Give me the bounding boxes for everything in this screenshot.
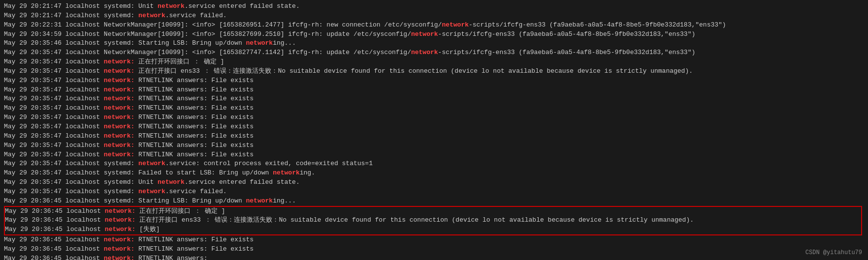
log-text-part: .service failed. [165, 12, 227, 19]
log-timestamp: May 29 20:36:45 [5, 226, 66, 233]
log-text-part: found [352, 216, 371, 224]
log-host: localhost [65, 95, 104, 102]
log-text-part: Unit [134, 178, 158, 186]
log-timestamp: May 29 20:35:47 [4, 151, 65, 158]
log-timestamp: May 29 20:21:47 [4, 2, 65, 10]
log-text-part: ing... [273, 39, 296, 47]
log-line: May 29 20:36:45 localhost systemd: Start… [4, 197, 864, 206]
log-text-part: RTNETLINK answers: File exists [134, 86, 254, 93]
log-host: localhost [65, 123, 104, 130]
log-host: localhost [65, 236, 104, 243]
log-text-part: .service entered failed state. [185, 2, 300, 10]
log-timestamp: May 29 20:35:47 [4, 160, 65, 167]
log-line: May 29 20:36:45 localhost network: [失败] [5, 225, 861, 234]
log-line: May 29 20:35:47 localhost network: RTNET… [4, 113, 864, 122]
terminal-window: May 29 20:21:47 localhost systemd: Unit … [0, 0, 868, 260]
log-text-part: network [411, 30, 438, 38]
log-text-part: network [442, 21, 469, 29]
log-line: May 29 20:34:59 localhost NetworkManager… [4, 30, 864, 39]
log-source: systemd: [104, 169, 134, 176]
log-host: localhost [65, 188, 104, 195]
log-host: localhost [65, 169, 104, 176]
log-line: May 29 20:35:47 localhost network: RTNET… [4, 122, 864, 132]
log-host: localhost [65, 86, 104, 93]
log-timestamp: May 29 20:36:45 [5, 216, 66, 224]
highlighted-block: May 29 20:36:45 localhost network: 正在打开环… [4, 206, 862, 236]
log-text-part: -scripts/ifcfg-ens33 (fa9aeba6-a0a5-4af8… [438, 30, 696, 38]
log-text-part: RTNETLINK answers: File exists [134, 104, 254, 112]
log-host: localhost [66, 226, 105, 233]
log-host: localhost [65, 21, 104, 29]
log-source: network: [104, 245, 134, 253]
log-text-part: RTNETLINK answers: File exists [134, 95, 254, 102]
log-text-part: Starting LSB: Bring up/down [134, 39, 246, 47]
log-timestamp: May 29 20:36:45 [4, 255, 65, 260]
log-line: May 29 20:21:47 localhost systemd: netwo… [4, 11, 864, 21]
log-text-part: .service entered failed state. [185, 178, 300, 186]
log-line: May 29 20:35:47 localhost systemd: Unit … [4, 178, 864, 187]
log-source: network: [104, 132, 134, 140]
log-text-part [134, 12, 138, 19]
log-timestamp: May 29 20:35:47 [4, 67, 65, 75]
log-line: May 29 20:36:45 localhost network: 正在打开接… [5, 216, 861, 225]
log-source: systemd: [104, 188, 134, 195]
log-text-part: network [246, 197, 273, 204]
log-host: localhost [66, 207, 105, 215]
log-text-part: <info> [1653827747.1142] ifcfg-rh: updat… [188, 49, 411, 56]
log-line: May 29 20:36:45 localhost network: RTNET… [4, 254, 864, 260]
log-text-part: RTNETLINK answers: File exists [134, 114, 254, 121]
log-host: localhost [65, 39, 104, 47]
log-line: May 29 20:35:46 localhost systemd: Start… [4, 39, 864, 48]
log-text-part: RTNETLINK answers: [134, 255, 207, 260]
log-text-part: RTNETLINK answers: File exists [134, 151, 254, 158]
log-host: localhost [65, 2, 104, 10]
log-text-part: RTNETLINK answers: File exists [134, 142, 254, 149]
log-source: network: [105, 207, 135, 215]
log-source: network: [104, 95, 134, 102]
log-timestamp: May 29 20:35:47 [4, 104, 65, 112]
log-line: May 29 20:35:47 localhost network: RTNET… [4, 94, 864, 104]
log-host: localhost [65, 142, 104, 149]
log-timestamp: May 29 20:35:47 [4, 142, 65, 149]
log-line: May 29 20:35:47 localhost systemd: netwo… [4, 159, 864, 169]
log-text-part: RTNETLINK answers: File exists [134, 236, 254, 243]
log-line: May 29 20:35:47 localhost network: RTNET… [4, 104, 864, 113]
log-timestamp: May 29 20:22:31 [4, 21, 65, 29]
log-line: May 29 20:35:47 localhost NetworkManager… [4, 48, 864, 58]
log-source: network: [104, 123, 134, 130]
log-text-part: .service failed. [165, 188, 227, 195]
log-source: NetworkManager[10099]: [104, 21, 189, 29]
log-text-part: Starting LSB: Bring up/down [134, 197, 246, 204]
log-text-part: RTNETLINK answers: File exists [134, 123, 254, 130]
log-line: May 29 20:35:47 localhost network: RTNET… [4, 132, 864, 141]
log-source: systemd: [104, 39, 134, 47]
log-source: systemd: [104, 12, 134, 19]
log-source: network: [105, 226, 135, 233]
log-text-part: <info> [1653827699.2510] ifcfg-rh: updat… [188, 30, 411, 38]
log-timestamp: May 29 20:35:47 [4, 114, 65, 121]
log-source: systemd: [104, 160, 134, 167]
log-line: May 29 20:35:47 localhost systemd: netwo… [4, 187, 864, 197]
log-line: May 29 20:35:47 localhost network: RTNET… [4, 86, 864, 95]
log-host: localhost [65, 197, 104, 204]
log-text-part: 正在打开环回接口 ： 确定 ] [135, 207, 225, 215]
log-text-part: <info> [1653826951.2477] ifcfg-rh: new c… [188, 21, 442, 29]
log-host: localhost [65, 255, 104, 260]
log-source: network: [104, 67, 134, 75]
log-text-part: network [138, 12, 165, 19]
log-source: network: [104, 236, 134, 243]
log-line: May 29 20:36:45 localhost network: 正在打开环… [5, 207, 861, 216]
log-text-part: ing. [300, 169, 315, 176]
watermark: CSDN @yitahutu79 [805, 249, 862, 256]
log-text-part: -scripts/ifcfg-ens33 (fa9aeba6-a0a5-4af8… [469, 21, 726, 29]
log-source: NetworkManager[10099]: [104, 30, 189, 38]
log-text-part: network [138, 188, 165, 195]
log-source: network: [104, 58, 134, 65]
log-timestamp: May 29 20:36:45 [4, 197, 65, 204]
log-text-part [134, 160, 138, 167]
log-text-part: network [138, 160, 165, 167]
log-text-part: RTNETLINK answers: File exists [134, 132, 254, 140]
log-source: network: [104, 151, 134, 158]
log-text-part: -scripts/ifcfg-ens33 (fa9aeba6-a0a5-4af8… [438, 49, 696, 56]
log-host: localhost [65, 67, 104, 75]
